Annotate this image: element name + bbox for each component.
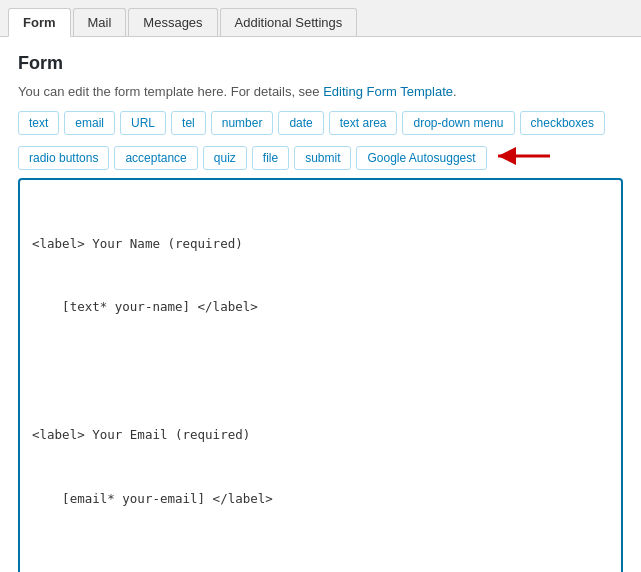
- tag-btn-quiz[interactable]: quiz: [203, 146, 247, 170]
- tag-btn-file[interactable]: file: [252, 146, 289, 170]
- tag-btn-number[interactable]: number: [211, 111, 274, 135]
- tag-btn-date[interactable]: date: [278, 111, 323, 135]
- code-line-5: [email* your-email] </label>: [32, 488, 609, 509]
- editing-link[interactable]: Editing Form Template: [323, 84, 453, 99]
- tab-mail[interactable]: Mail: [73, 8, 127, 36]
- tag-btn-url[interactable]: URL: [120, 111, 166, 135]
- tag-btn-dropdown[interactable]: drop-down menu: [402, 111, 514, 135]
- tag-buttons-row1: text email URL tel number date text area…: [18, 111, 623, 135]
- code-line-1: <label> Your Name (required): [32, 233, 609, 254]
- tag-btn-autosuggest[interactable]: Google Autosuggest: [356, 146, 486, 170]
- section-title: Form: [18, 53, 623, 74]
- tag-btn-acceptance[interactable]: acceptance: [114, 146, 197, 170]
- tag-btn-text[interactable]: text: [18, 111, 59, 135]
- tag-btn-submit[interactable]: submit: [294, 146, 351, 170]
- code-line-4: <label> Your Email (required): [32, 424, 609, 445]
- form-editor[interactable]: <label> Your Name (required) [text* your…: [18, 178, 623, 572]
- tag-btn-radio[interactable]: radio buttons: [18, 146, 109, 170]
- tab-form[interactable]: Form: [8, 8, 71, 37]
- form-content: Form You can edit the form template here…: [0, 37, 641, 572]
- tab-bar: Form Mail Messages Additional Settings: [0, 0, 641, 37]
- tag-btn-checkboxes[interactable]: checkboxes: [520, 111, 605, 135]
- red-arrow-icon: [492, 145, 552, 170]
- tab-additional-settings[interactable]: Additional Settings: [220, 8, 358, 36]
- tag-btn-email[interactable]: email: [64, 111, 115, 135]
- tag-btn-textarea[interactable]: text area: [329, 111, 398, 135]
- tag-btn-tel[interactable]: tel: [171, 111, 206, 135]
- code-line-3: [32, 360, 609, 381]
- tab-messages[interactable]: Messages: [128, 8, 217, 36]
- description-text: You can edit the form template here. For…: [18, 84, 623, 99]
- main-container: Form Mail Messages Additional Settings F…: [0, 0, 641, 572]
- code-line-6: [32, 551, 609, 572]
- tag-buttons-row2: radio buttons acceptance quiz file submi…: [18, 145, 623, 170]
- code-line-2: [text* your-name] </label>: [32, 296, 609, 317]
